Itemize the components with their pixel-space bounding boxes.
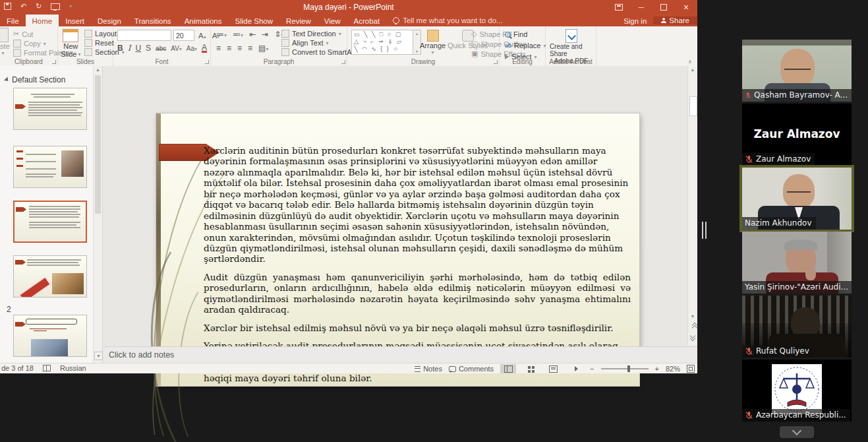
italic-button[interactable]: I <box>128 44 131 53</box>
ribbon-display-options-button[interactable] <box>608 0 630 15</box>
gray-hair <box>784 239 817 250</box>
previous-slide-button[interactable] <box>690 325 699 330</box>
arrange-button[interactable]: Arrange ▾ <box>420 30 446 55</box>
zoom-out-button[interactable]: − <box>590 365 594 373</box>
zoom-in-button[interactable]: + <box>655 365 659 373</box>
slide-scroll-down-icon[interactable]: ▼ <box>688 314 697 319</box>
paste-button[interactable]: aste ▾ <box>0 28 10 56</box>
drawing-dialog-launcher-icon[interactable] <box>494 60 498 64</box>
comments-toggle-button[interactable]: Comments <box>449 365 494 373</box>
tab-transitions[interactable]: Transitions <box>128 15 178 26</box>
slide-canvas[interactable]: Xərclərin auditinin bütün prosedurları k… <box>156 113 639 386</box>
thumbnail-scroll-up-icon[interactable]: ▲ <box>94 67 102 72</box>
share-button[interactable]: Share <box>653 16 697 24</box>
tell-me-box[interactable]: Tell me what you want to do... <box>386 15 509 26</box>
slide-scroll-thumb[interactable] <box>689 96 697 116</box>
paragraph-dialog-launcher-icon[interactable] <box>341 60 345 64</box>
decrease-indent-button[interactable]: ⇤ <box>249 30 256 39</box>
reading-view-button[interactable] <box>545 364 561 373</box>
tab-slideshow[interactable]: Slide Show <box>229 15 280 26</box>
video-tile-auditors-chamber[interactable]: Azərbaycan Respubli... <box>742 360 852 422</box>
strikethrough-button[interactable]: abc <box>156 45 166 52</box>
next-slide-button[interactable] <box>690 335 695 340</box>
text-shadow-button[interactable]: S <box>146 44 151 53</box>
slide-thumbnail-1[interactable] <box>13 88 87 130</box>
panel-resize-handle[interactable] <box>702 222 709 239</box>
bullets-button[interactable]: ≔▾ <box>216 30 227 39</box>
thumbnail-ribbon-shape <box>19 277 50 298</box>
gallery-up-icon: ▴ <box>416 31 418 36</box>
find-button[interactable]: Find <box>504 30 547 39</box>
font-size-combo[interactable]: 20 <box>173 30 194 41</box>
thumbnail-scroll-thumb[interactable] <box>95 75 101 214</box>
notes-placeholder[interactable]: Click to add notes <box>109 350 174 360</box>
thumbnail-scrollbar[interactable]: ▲ ▼ <box>93 66 102 363</box>
thumbnail-scroll-down-icon[interactable]: ▼ <box>94 352 103 360</box>
slide-thumbnail-2[interactable] <box>13 146 87 188</box>
video-tile-qasham[interactable]: Qasham Bayramov- A... <box>742 40 852 102</box>
increase-indent-button[interactable]: ⇥ <box>262 30 268 39</box>
language-indicator[interactable]: Russian <box>60 364 86 372</box>
notes-toggle-button[interactable]: Notes <box>415 365 442 373</box>
spell-check-icon[interactable] <box>43 365 51 371</box>
tab-acrobat[interactable]: Acrobat <box>347 15 387 26</box>
more-participants-button[interactable] <box>780 426 814 438</box>
change-case-button[interactable]: Aa▾ <box>187 45 197 52</box>
zoom-slider[interactable] <box>601 368 649 369</box>
underline-button[interactable]: U <box>135 44 141 53</box>
tab-file[interactable]: File <box>0 15 26 26</box>
slide-thumbnail-5[interactable] <box>13 315 87 357</box>
tab-insert[interactable]: Insert <box>59 15 91 26</box>
align-right-button[interactable]: ≡ <box>237 44 242 53</box>
close-button[interactable]: × <box>675 0 697 15</box>
fit-slide-to-window-button[interactable] <box>687 365 695 373</box>
notes-pane[interactable]: Click to add notes <box>103 346 697 363</box>
align-center-button[interactable]: ≡ <box>227 44 231 53</box>
zoom-slider-thumb[interactable] <box>627 365 630 372</box>
slideshow-view-button[interactable] <box>567 364 583 373</box>
tab-home[interactable]: Home <box>26 15 59 26</box>
convert-smartart-button[interactable]: Convert to SmartArt <box>280 47 357 57</box>
section-2-label[interactable]: 2 <box>7 305 11 314</box>
tab-animations[interactable]: Animations <box>178 15 229 26</box>
slide-number-indicator[interactable]: de 3 of 18 <box>1 364 34 372</box>
justify-button[interactable]: ≡ <box>248 44 252 53</box>
tab-design[interactable]: Design <box>91 15 128 26</box>
normal-view-button[interactable] <box>500 364 516 373</box>
columns-button[interactable]: ▤▾ <box>258 44 268 53</box>
section-header[interactable]: Default Section <box>5 75 65 84</box>
font-dialog-launcher-icon[interactable] <box>205 60 209 64</box>
video-tile-zaur[interactable]: Zaur Almazov Zaur Almazov <box>742 104 852 166</box>
sign-in-button[interactable]: Sign in <box>617 16 653 25</box>
new-slide-button[interactable]: New Slide▾ <box>61 29 80 58</box>
replace-button[interactable]: abReplace▾ <box>504 41 547 50</box>
find-label: Find <box>513 30 527 38</box>
align-left-button[interactable]: ≡ <box>216 44 221 53</box>
clipboard-dialog-launcher-icon[interactable] <box>52 60 56 64</box>
collapse-ribbon-button[interactable]: ∧ <box>687 59 693 65</box>
shape-gallery[interactable]: ▭ ╲ ╲ □ ○ ▢ △ ¬ ⌐ ⇒ ⇓ ▱ ╲ ◠ ∿ { } ☆ <box>351 30 413 55</box>
font-color-button[interactable]: A <box>202 44 207 53</box>
slide-scroll-up-icon[interactable]: ▲ <box>688 67 697 72</box>
font-name-combo[interactable] <box>117 30 171 41</box>
bold-button[interactable]: B <box>117 44 123 53</box>
tab-review[interactable]: Review <box>279 15 318 26</box>
video-tile-nazim-active-speaker[interactable]: Nazim Akhundov <box>742 168 852 230</box>
slide-sorter-view-button[interactable] <box>523 364 538 373</box>
align-text-button[interactable]: Align Text▾ <box>280 38 357 47</box>
character-spacing-button[interactable]: AV▾ <box>171 45 182 52</box>
slide-thumbnail-4[interactable] <box>13 255 87 298</box>
restore-button[interactable] <box>652 0 675 15</box>
minimize-button[interactable]: ─ <box>630 0 652 15</box>
tab-view[interactable]: View <box>318 15 347 26</box>
numbering-button[interactable]: ≕▾ <box>233 30 243 39</box>
text-direction-button[interactable]: Text Direction▾ <box>280 29 357 38</box>
video-tile-yasin[interactable]: Yasin Şirinov-"Azəri Audi... <box>742 232 852 294</box>
slide-scrollbar[interactable]: ▲ ▼ <box>687 66 697 346</box>
video-tile-rufat[interactable]: Rufat Quliyev <box>742 296 852 358</box>
zoom-percentage[interactable]: 82% <box>666 365 680 373</box>
find-icon <box>505 32 511 38</box>
grow-font-button[interactable]: A▴ <box>196 32 208 40</box>
group-label-paragraph: Paragraph <box>211 58 347 65</box>
slide-thumbnail-3-selected[interactable] <box>13 201 87 243</box>
